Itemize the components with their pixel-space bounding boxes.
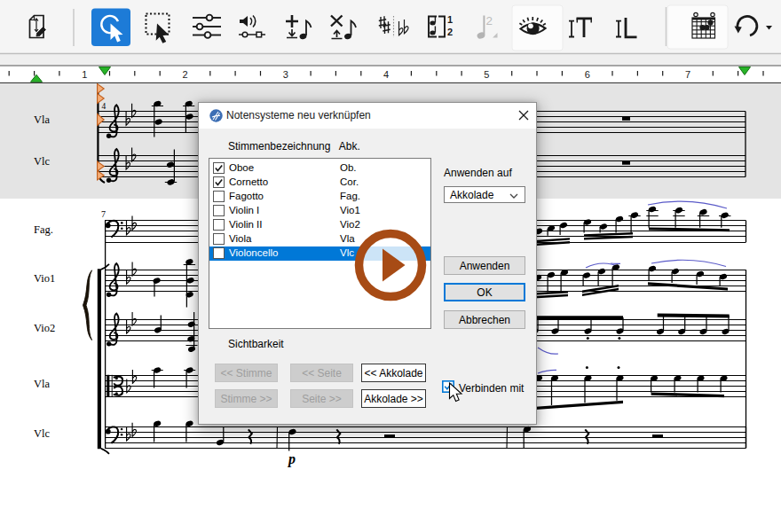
svg-text:4: 4 bbox=[102, 102, 106, 111]
svg-text:Fag.: Fag. bbox=[34, 223, 53, 236]
svg-text:2: 2 bbox=[447, 27, 453, 37]
svg-text:Vla: Vla bbox=[34, 378, 51, 390]
svg-text:4: 4 bbox=[383, 69, 389, 80]
svg-text:Vio1: Vio1 bbox=[34, 272, 55, 285]
svg-text:Vla: Vla bbox=[34, 113, 51, 126]
svg-text:6: 6 bbox=[585, 69, 590, 80]
svg-text:7: 7 bbox=[101, 209, 106, 219]
svg-text:2: 2 bbox=[486, 14, 493, 27]
svg-text:p: p bbox=[287, 451, 296, 467]
svg-text:Vlc: Vlc bbox=[34, 427, 51, 440]
svg-text:1: 1 bbox=[447, 14, 453, 25]
svg-text:7: 7 bbox=[685, 69, 690, 80]
svg-text:1: 1 bbox=[82, 69, 87, 80]
svg-text:Vio2: Vio2 bbox=[34, 322, 55, 334]
svg-text:Vlc: Vlc bbox=[34, 155, 51, 168]
svg-text:5: 5 bbox=[484, 69, 489, 80]
svg-text:2: 2 bbox=[182, 69, 187, 80]
svg-text:3: 3 bbox=[283, 69, 288, 80]
